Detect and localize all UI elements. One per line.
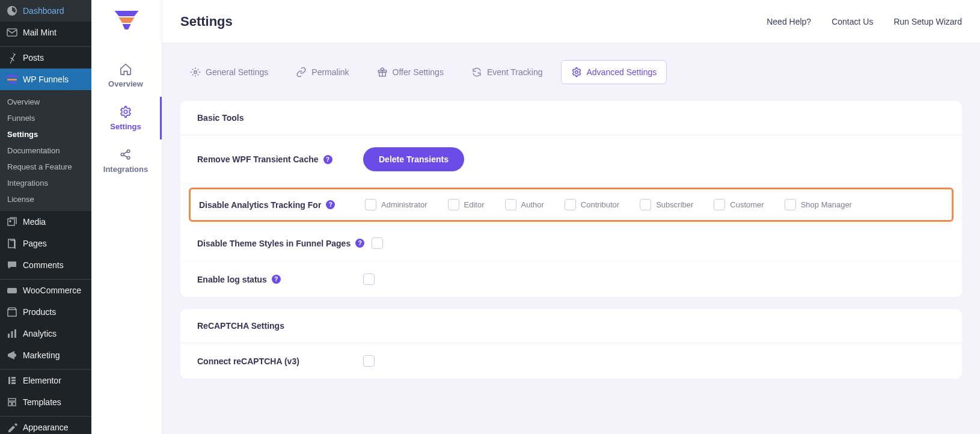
page-title: Settings xyxy=(180,14,233,29)
role-option-shop-manager[interactable]: Shop Manager xyxy=(785,199,852,210)
checkbox[interactable] xyxy=(372,237,383,249)
wp-menu-posts[interactable]: Posts xyxy=(0,47,91,69)
tab-advanced-settings[interactable]: Advanced Settings xyxy=(561,60,667,84)
row-label-text: Enable log status xyxy=(197,275,267,284)
svg-point-20 xyxy=(575,71,578,74)
recaptcha-settings-card: ReCAPTCHA Settings Connect reCAPTCHA (v3… xyxy=(180,309,962,379)
gift-icon xyxy=(377,67,388,78)
tab-label: Permalink xyxy=(311,67,349,77)
role-label: Subscriber xyxy=(656,200,693,209)
wpf-nav-integrations[interactable]: Integrations xyxy=(91,139,162,182)
wp-menu-products[interactable]: Products xyxy=(0,301,91,323)
row-connect-recaptcha: Connect reCAPTCHA (v3) xyxy=(180,343,962,379)
wp-menu-label: Marketing xyxy=(23,350,60,360)
wp-menu-label: Pages xyxy=(23,239,47,248)
checkbox[interactable] xyxy=(448,199,459,210)
wpfunnels-icon xyxy=(6,73,18,85)
submenu-settings[interactable]: Settings xyxy=(0,126,91,142)
svg-rect-1 xyxy=(8,219,14,225)
marketing-icon xyxy=(6,349,18,361)
wp-menu-media[interactable]: Media xyxy=(0,211,91,233)
wp-menu-label: WP Funnels xyxy=(23,75,69,84)
svg-rect-0 xyxy=(7,29,17,36)
checkbox[interactable] xyxy=(363,274,375,285)
wp-menu-comments[interactable]: Comments xyxy=(0,254,91,276)
dashboard-icon xyxy=(6,5,18,17)
role-option-author[interactable]: Author xyxy=(505,199,544,210)
wp-menu-label: Comments xyxy=(23,260,64,270)
wp-menu-label: Elementor xyxy=(23,376,61,385)
gear-icon xyxy=(571,67,582,78)
svg-rect-8 xyxy=(14,329,16,338)
help-icon[interactable]: ? xyxy=(355,239,364,248)
role-label: Author xyxy=(521,200,544,209)
share-icon xyxy=(119,148,132,161)
wp-menu-woocommerce[interactable]: WooCommerce xyxy=(0,280,91,301)
wp-menu-dashboard[interactable]: Dashboard xyxy=(0,0,91,22)
help-icon[interactable]: ? xyxy=(272,275,281,284)
home-icon xyxy=(119,63,132,76)
wpf-nav-settings[interactable]: Settings xyxy=(91,97,162,139)
svg-rect-4 xyxy=(7,288,17,293)
submenu-request-feature[interactable]: Request a Feature xyxy=(0,159,91,175)
tab-event-tracking[interactable]: Event Tracking xyxy=(462,60,553,84)
role-option-editor[interactable]: Editor xyxy=(448,199,485,210)
card-title: ReCAPTCHA Settings xyxy=(180,309,962,343)
link-icon xyxy=(296,67,307,78)
checkbox[interactable] xyxy=(565,199,576,210)
row-label-text: Connect reCAPTCHA (v3) xyxy=(197,356,299,366)
tab-label: General Settings xyxy=(206,67,268,77)
submenu-funnels[interactable]: Funnels xyxy=(0,110,91,126)
checkbox[interactable] xyxy=(785,199,796,210)
checkbox[interactable] xyxy=(505,199,516,210)
role-label: Shop Manager xyxy=(801,200,852,209)
role-option-subscriber[interactable]: Subscriber xyxy=(640,199,693,210)
tab-offer-settings[interactable]: Offer Settings xyxy=(367,60,453,84)
templates-icon xyxy=(6,396,18,408)
svg-rect-6 xyxy=(8,334,10,338)
svg-rect-12 xyxy=(11,382,16,384)
top-links: Need Help? Contact Us Run Setup Wizard xyxy=(767,17,962,26)
wp-menu-elementor[interactable]: Elementor xyxy=(0,370,91,391)
help-icon[interactable]: ? xyxy=(326,200,335,209)
row-enable-log-status: Enable log status ? xyxy=(180,261,962,297)
help-icon[interactable]: ? xyxy=(323,155,332,164)
checkbox[interactable] xyxy=(363,355,375,367)
tab-permalink[interactable]: Permalink xyxy=(286,60,358,84)
delete-transients-button[interactable]: Delete Transients xyxy=(363,147,464,171)
wp-menu-wpfunnels[interactable]: WP Funnels xyxy=(0,69,91,90)
link-need-help[interactable]: Need Help? xyxy=(767,17,811,26)
wp-menu-label: Templates xyxy=(23,397,61,407)
role-option-customer[interactable]: Customer xyxy=(714,199,764,210)
tab-general-settings[interactable]: General Settings xyxy=(180,60,278,84)
svg-rect-9 xyxy=(8,377,10,384)
role-option-administrator[interactable]: Administrator xyxy=(365,199,427,210)
wpf-logo xyxy=(91,11,162,29)
role-option-contributor[interactable]: Contributor xyxy=(565,199,619,210)
wpf-nav-overview[interactable]: Overview xyxy=(91,54,162,97)
tab-label: Advanced Settings xyxy=(587,67,657,77)
sync-icon xyxy=(471,67,482,78)
checkbox[interactable] xyxy=(365,199,376,210)
svg-point-17 xyxy=(194,71,197,74)
role-label: Contributor xyxy=(581,200,619,209)
wp-menu-mailmint[interactable]: Mail Mint xyxy=(0,22,91,43)
wp-menu-marketing[interactable]: Marketing xyxy=(0,344,91,366)
wp-menu-label: WooCommerce xyxy=(23,286,81,295)
submenu-overview[interactable]: Overview xyxy=(0,94,91,110)
svg-point-2 xyxy=(10,221,11,222)
submenu-license[interactable]: License xyxy=(0,191,91,207)
submenu-integrations[interactable]: Integrations xyxy=(0,175,91,191)
link-setup-wizard[interactable]: Run Setup Wizard xyxy=(893,17,962,26)
submenu-documentation[interactable]: Documentation xyxy=(0,142,91,159)
wp-menu-appearance[interactable]: Appearance xyxy=(0,417,91,434)
wp-menu-templates[interactable]: Templates xyxy=(0,391,91,413)
wp-menu-analytics[interactable]: Analytics xyxy=(0,323,91,344)
checkbox[interactable] xyxy=(714,199,725,210)
wp-admin-sidebar: Dashboard Mail Mint Posts WP Funnels Ove… xyxy=(0,0,91,434)
wp-menu-label: Analytics xyxy=(23,329,57,338)
card-title: Basic Tools xyxy=(180,101,962,135)
wp-menu-pages[interactable]: Pages xyxy=(0,233,91,254)
link-contact-us[interactable]: Contact Us xyxy=(831,17,873,26)
checkbox[interactable] xyxy=(640,199,651,210)
